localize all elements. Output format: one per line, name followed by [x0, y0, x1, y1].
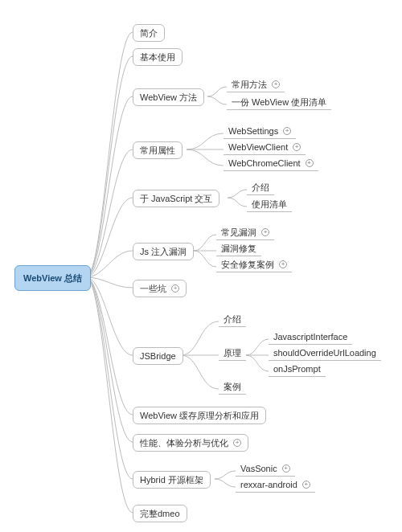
node-jsbridge[interactable]: JSBridge	[133, 347, 183, 365]
node-perf[interactable]: 性能、体验分析与优化	[133, 434, 248, 452]
leaf-js-interact-usage[interactable]: 使用清单	[247, 197, 292, 212]
node-js-interact[interactable]: 于 JavaScript 交互	[133, 190, 219, 207]
node-basic-use[interactable]: 基本使用	[133, 48, 183, 66]
root-node[interactable]: WebView 总结	[14, 265, 91, 291]
leaf-common-methods[interactable]: 常用方法	[227, 77, 285, 92]
node-methods[interactable]: WebView 方法	[133, 88, 204, 106]
expand-icon[interactable]	[302, 481, 310, 489]
leaf-onjsprompt[interactable]: onJsPrompt	[269, 362, 326, 377]
expand-icon[interactable]	[282, 464, 290, 473]
node-js-inject[interactable]: Js 注入漏洞	[133, 243, 194, 260]
expand-icon[interactable]	[272, 80, 280, 88]
node-intro[interactable]: 简介	[133, 24, 165, 42]
leaf-jsbridge-principle[interactable]: 原理	[219, 346, 246, 361]
expand-icon[interactable]	[261, 228, 269, 236]
expand-icon[interactable]	[306, 159, 314, 167]
leaf-websettings[interactable]: WebSettings	[224, 124, 296, 139]
node-cache[interactable]: WebView 缓存原理分析和应用	[133, 407, 266, 424]
leaf-usage-list[interactable]: 一份 WebView 使用清单	[227, 95, 331, 110]
leaf-common-vulns[interactable]: 常见漏洞	[216, 225, 274, 240]
root-label: WebView 总结	[23, 272, 82, 284]
node-attrs[interactable]: 常用属性	[133, 141, 183, 159]
expand-icon[interactable]	[233, 439, 241, 447]
leaf-safe-fix-case[interactable]: 安全修复案例	[216, 257, 292, 272]
leaf-webchromeclient[interactable]: WebChromeClient	[224, 156, 318, 171]
leaf-webviewclient[interactable]: WebViewClient	[224, 140, 306, 155]
expand-icon[interactable]	[171, 284, 179, 293]
leaf-rexxar[interactable]: rexxar-android	[236, 477, 315, 493]
expand-icon[interactable]	[293, 143, 301, 151]
expand-icon[interactable]	[279, 260, 287, 268]
leaf-jsbridge-case[interactable]: 案例	[219, 379, 246, 395]
expand-icon[interactable]	[283, 127, 291, 135]
node-pitfalls[interactable]: 一些坑	[133, 280, 187, 297]
leaf-js-interact-intro[interactable]: 介绍	[247, 180, 274, 195]
leaf-shouldoverride[interactable]: shouldOverrideUrlLoading	[269, 346, 381, 361]
leaf-vuln-fix[interactable]: 漏洞修复	[216, 241, 261, 256]
leaf-jsinterface[interactable]: JavascriptInterface	[269, 329, 352, 345]
leaf-vassonic[interactable]: VasSonic	[236, 461, 295, 477]
leaf-jsbridge-intro[interactable]: 介绍	[219, 312, 246, 327]
node-hybrid[interactable]: Hybrid 开源框架	[133, 471, 211, 489]
node-demo[interactable]: 完整dmeo	[133, 505, 187, 522]
